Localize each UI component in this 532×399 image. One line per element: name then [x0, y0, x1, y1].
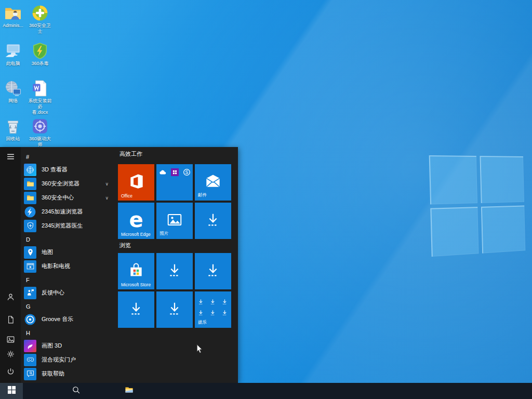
tile-folder-preview — [197, 298, 229, 318]
tile-store[interactable]: Microsoft Store — [118, 253, 154, 289]
windows-logo-icon — [7, 385, 16, 396]
tile-label: 照片 — [159, 231, 168, 237]
desktop-icon-label: 网络 — [0, 98, 26, 104]
app-list-item-groove-音乐[interactable]: Groove 音乐 — [21, 312, 117, 326]
app-list-section-header[interactable]: G — [21, 300, 117, 312]
download-mini-icon — [197, 309, 205, 318]
desktop-icon-360-safe-guard[interactable]: 360安全卫士 — [27, 4, 53, 34]
desktop-icon-network[interactable]: 网络 — [0, 79, 26, 104]
desktop-icon-360-antivirus[interactable]: 360杀毒 — [27, 42, 53, 66]
tile-photos[interactable]: 照片 — [156, 203, 193, 239]
edge-icon: e — [129, 209, 143, 230]
start-menu-rail — [0, 147, 21, 383]
app-list-section-header[interactable]: F — [21, 273, 117, 286]
word-doc-icon — [31, 79, 49, 97]
documents-button[interactable] — [4, 314, 17, 327]
desktop-icon-label: 回收站 — [0, 136, 26, 142]
tile-pending-2[interactable] — [156, 253, 193, 289]
folder-icon — [24, 192, 36, 204]
screen: Adminis...360安全卫士此电脑360杀毒网络系统安装前必 看.docx… — [0, 0, 532, 399]
tile-label: Office — [121, 193, 132, 198]
tile-label: Microsoft Edge — [121, 232, 151, 237]
tile-group-title[interactable]: 高效工作 — [119, 150, 142, 158]
tile-office-hub[interactable] — [156, 164, 193, 201]
app-list-item-获取帮助[interactable]: 获取帮助 — [21, 367, 117, 381]
power-button[interactable] — [4, 366, 17, 379]
paint3d-icon — [24, 340, 36, 352]
app-list-item-地图[interactable]: 地图 — [21, 245, 117, 259]
tile-group-title[interactable]: 浏览 — [119, 242, 131, 249]
download-mini-icon — [221, 298, 229, 307]
tile-pending-4[interactable] — [118, 291, 154, 328]
tile-edge[interactable]: eMicrosoft Edge — [118, 203, 154, 239]
desktop-icon-setup-doc[interactable]: 系统安装前必 看.docx — [27, 79, 53, 115]
desktop-icon-360-driver-master[interactable]: 360驱动大师 — [27, 117, 53, 148]
app-list-item-360安全中心[interactable]: 360安全中心∨ — [21, 191, 117, 205]
groove-icon — [24, 313, 36, 326]
folder-icon — [24, 178, 36, 190]
gethelp-icon — [24, 368, 36, 380]
tile-mail[interactable]: 邮件 — [195, 164, 231, 201]
tile-pending-5[interactable] — [156, 291, 193, 328]
office-mini-icons — [156, 168, 193, 176]
gear-icon — [6, 350, 15, 361]
app-list-item-label: 反馈中心 — [42, 289, 64, 297]
tile-entertainment-folder[interactable]: 娱乐 — [195, 291, 231, 328]
taskbar — [0, 383, 532, 399]
chevron-down-icon[interactable]: ∨ — [105, 195, 109, 201]
app-list-section-header[interactable]: H — [21, 326, 117, 339]
menu-button[interactable] — [4, 151, 17, 164]
desktop-icon-recycle-bin[interactable]: 回收站 — [0, 117, 26, 142]
tile-pending-1[interactable] — [195, 203, 231, 239]
photos-icon — [166, 211, 183, 228]
chevron-down-icon[interactable]: ∨ — [105, 181, 109, 187]
tile-pending-3[interactable] — [195, 253, 231, 289]
hamburger-icon — [6, 152, 15, 163]
mixedreality-icon — [24, 354, 36, 366]
tile-label: Microsoft Store — [121, 282, 151, 287]
app-list-item-反馈中心[interactable]: 反馈中心 — [21, 286, 117, 300]
app-list-item-label: 地图 — [42, 248, 53, 256]
app-list-item-label: 画图 3D — [42, 342, 62, 350]
desktop-icon-label: 系统安装前必 看.docx — [27, 98, 53, 115]
download-icon — [205, 211, 221, 228]
explorer-button[interactable] — [117, 383, 140, 399]
app-list-item-label: 3D 查看器 — [42, 166, 68, 174]
desktop-icon-this-pc[interactable]: 此电脑 — [0, 42, 26, 66]
desktop-icon-label: Adminis... — [0, 23, 26, 29]
tile-office[interactable]: Office — [118, 164, 154, 201]
recycle-icon — [4, 117, 22, 135]
office-app-badge-icon — [171, 168, 179, 176]
mouse-cursor-icon — [196, 344, 204, 357]
settings-button[interactable] — [4, 349, 17, 361]
user-button[interactable] — [4, 291, 17, 304]
start-button[interactable] — [0, 383, 23, 399]
app-list-item-电影和电视[interactable]: 电影和电视 — [21, 259, 117, 273]
download-icon — [166, 300, 183, 317]
app-list-section-header[interactable]: # — [21, 150, 117, 163]
viewer3d-icon — [24, 164, 36, 176]
shield2345-icon — [24, 220, 36, 232]
desktop-icon-label: 360驱动大师 — [27, 136, 53, 148]
pictures-button[interactable] — [4, 334, 17, 347]
app-list-section-header[interactable]: D — [21, 233, 117, 245]
app-list-item-画图-3d[interactable]: 画图 3D — [21, 339, 117, 353]
tile-label: 邮件 — [198, 192, 207, 198]
app-list-item-label: 2345加速浏览器 — [42, 208, 83, 216]
power-icon — [6, 367, 15, 378]
desktop-icon-administrator-folder[interactable]: Adminis... — [0, 4, 26, 29]
desktop-icon-label: 360杀毒 — [27, 61, 53, 66]
app-list-item-360安全浏览器[interactable]: 360安全浏览器∨ — [21, 177, 117, 191]
app-list-item-2345加速浏览器[interactable]: 2345加速浏览器 — [21, 205, 117, 219]
app-list-item-混合现实门户[interactable]: 混合现实门户 — [21, 353, 117, 367]
shield-av-icon — [31, 42, 49, 60]
search-button[interactable] — [64, 383, 87, 399]
app-list-item-label: 获取帮助 — [42, 370, 64, 378]
skype-circle-icon — [183, 168, 191, 176]
app-list-item-label: 360安全浏览器 — [42, 180, 79, 188]
movies-icon — [24, 260, 36, 273]
network-icon — [4, 79, 22, 97]
app-list-item-3d-查看器[interactable]: 3D 查看器 — [21, 163, 117, 177]
app-list-item-2345浏览器医生[interactable]: 2345浏览器医生 — [21, 219, 117, 233]
download-mini-icon — [197, 298, 205, 307]
